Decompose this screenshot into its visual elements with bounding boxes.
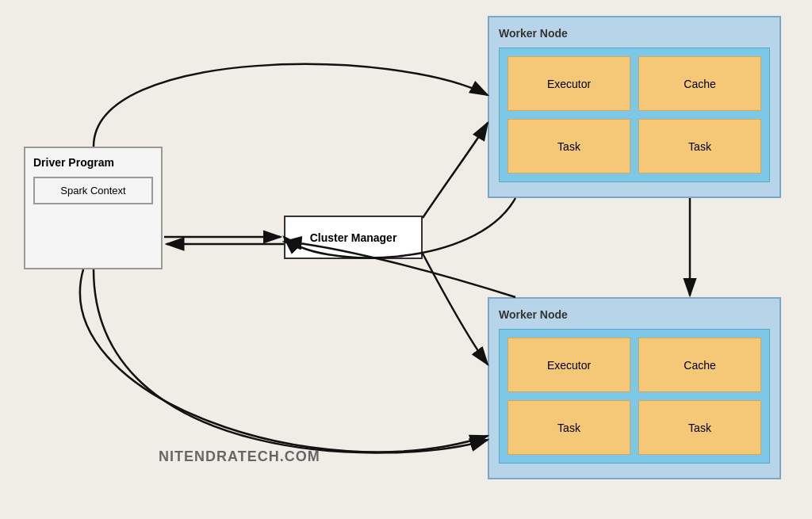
- cluster-manager-label: Cluster Manager: [310, 231, 397, 244]
- driver-program-box: Driver Program Spark Context: [24, 147, 163, 269]
- worker-bottom-task1: Task: [508, 400, 630, 455]
- worker-node-top-label: Worker Node: [499, 27, 770, 40]
- spark-context-box: Spark Context: [33, 177, 153, 204]
- worker-top-cache: Cache: [638, 56, 761, 111]
- worker-top-task2: Task: [638, 119, 761, 174]
- spark-context-label: Spark Context: [60, 185, 125, 197]
- worker-bottom-cache: Cache: [638, 338, 761, 392]
- worker-node-bottom-label: Worker Node: [499, 308, 770, 321]
- worker-bottom-task2: Task: [638, 400, 761, 455]
- worker-top-task1: Task: [508, 119, 630, 174]
- diagram-container: Driver Program Spark Context Cluster Man…: [0, 0, 812, 519]
- worker-node-top-inner: Executor Cache Task Task: [499, 48, 770, 182]
- worker-node-bottom-inner: Executor Cache Task Task: [499, 329, 770, 464]
- worker-node-bottom: Worker Node Executor Cache Task Task: [488, 297, 781, 479]
- cluster-manager-box: Cluster Manager: [284, 216, 423, 259]
- worker-bottom-executor: Executor: [508, 338, 630, 392]
- worker-node-top: Worker Node Executor Cache Task Task: [488, 16, 781, 198]
- driver-program-label: Driver Program: [33, 156, 153, 169]
- worker-top-executor: Executor: [508, 56, 630, 111]
- watermark: NITENDRATECH.COM: [159, 448, 320, 465]
